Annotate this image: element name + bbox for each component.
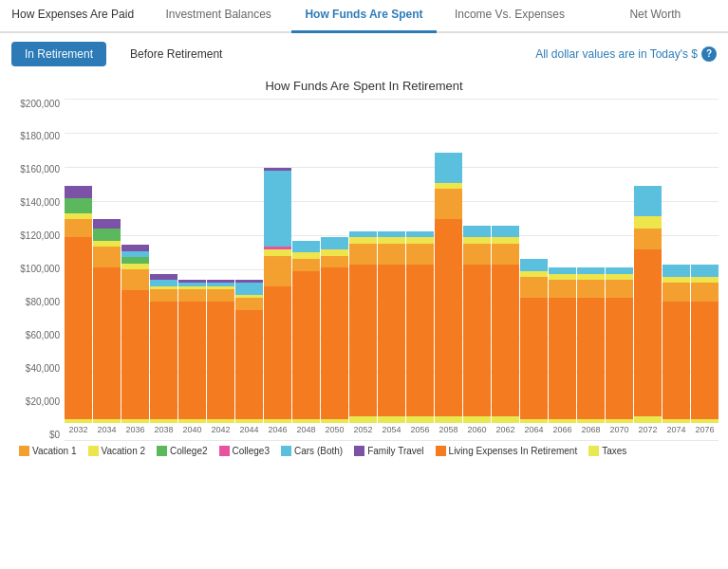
bar-segment-living: [435, 219, 462, 416]
bar-segment-vacation1: [549, 280, 576, 298]
bar-segment-taxes: [663, 419, 690, 422]
bar-segment-vacation1: [65, 219, 92, 237]
bar-segment-taxes: [549, 419, 576, 422]
bar-stack: [292, 241, 320, 423]
bar-segment-living: [292, 271, 320, 420]
bar-group: [207, 99, 234, 423]
bar-segment-living: [663, 302, 690, 420]
tab-income-vs-expenses[interactable]: Income Vs. Expenses: [437, 0, 582, 33]
bar-segment-cars: [492, 226, 519, 238]
bar-segment-cars: [663, 265, 690, 277]
bar-segment-vacation1: [150, 289, 177, 302]
legend-item-living-expenses: Living Expenses In Retirement: [436, 446, 578, 456]
bar-segment-living: [150, 302, 177, 420]
bar-segment-living: [349, 265, 377, 416]
bar-segment-living: [406, 265, 434, 416]
bar-group: [264, 99, 291, 423]
bar-stack: [349, 231, 377, 423]
chart-title: How Funds Are Spent In Retirement: [9, 79, 719, 93]
tab-how-expenses[interactable]: How Expenses Are Paid: [0, 0, 145, 33]
y-axis-label: $80,000: [26, 297, 60, 307]
bar-segment-taxes: [492, 416, 519, 422]
y-axis-label: $100,000: [20, 264, 60, 274]
bar-segment-cars: [691, 265, 719, 277]
bar-segment-living: [691, 302, 719, 420]
bar-stack: [65, 186, 92, 423]
bar-segment-taxes: [634, 416, 662, 422]
bar-stack: [520, 259, 548, 423]
bar-stack: [178, 280, 206, 422]
bar-segment-living: [378, 265, 405, 416]
bar-segment-taxes: [435, 416, 462, 422]
chart-container: $200,000$180,000$160,000$140,000$120,000…: [9, 99, 719, 440]
bar-segment-vacation1: [634, 229, 662, 249]
bar-segment-living: [121, 290, 149, 419]
bar-segment-taxes: [577, 419, 605, 422]
legend-item-college3: College3: [219, 446, 270, 456]
bar-segment-vacation1: [378, 244, 405, 265]
bar-segment-college2: [93, 229, 121, 241]
tab-net-worth[interactable]: Net Worth: [583, 0, 728, 33]
legend-label-vacation1: Vacation 1: [32, 446, 77, 456]
bar-segment-cars: [235, 283, 263, 295]
bars-wrapper: [65, 99, 719, 423]
bar-group: [463, 99, 491, 423]
legend-swatch-vacation2: [88, 446, 99, 456]
bar-segment-vacation1: [349, 244, 377, 265]
bar-segment-living: [178, 302, 206, 420]
legend-item-college2: College2: [157, 446, 207, 456]
bar-segment-vacation1: [178, 289, 206, 302]
bar-segment-vacation2: [634, 216, 662, 229]
bar-group: [378, 99, 405, 423]
bar-segment-taxes: [378, 416, 405, 422]
legend-swatch-taxes: [588, 446, 599, 456]
bar-group: [577, 99, 605, 423]
legend-item-vacation1: Vacation 1: [19, 446, 77, 456]
bar-segment-vacation1: [292, 259, 320, 271]
bar-segment-living: [65, 237, 92, 419]
bar-stack: [691, 265, 719, 422]
bar-segment-living: [606, 298, 633, 419]
legend-swatch-vacation1: [19, 446, 29, 456]
bar-stack: [663, 265, 690, 422]
bar-stack: [264, 168, 291, 423]
bar-segment-vacation1: [606, 280, 633, 298]
legend-label-family-travel: Family Travel: [367, 446, 423, 456]
bar-group: [492, 99, 519, 423]
y-axis-label: $40,000: [26, 363, 60, 374]
bar-group: [634, 99, 662, 423]
legend-label-cars: Cars (Both): [294, 446, 343, 456]
bar-segment-taxes: [235, 419, 263, 422]
in-retirement-button[interactable]: In Retirement: [11, 42, 106, 66]
bar-segment-vacation1: [492, 244, 519, 265]
bar-segment-vacation1: [207, 289, 234, 302]
bar-group: [406, 99, 434, 423]
legend-swatch-college2: [157, 446, 167, 456]
before-retirement-button[interactable]: Before Retirement: [116, 41, 236, 67]
bar-segment-taxes: [65, 419, 92, 422]
nav-tabs: How Expenses Are Paid Investment Balance…: [0, 0, 728, 33]
bar-group: [292, 99, 320, 423]
legend-item-vacation2: Vacation 2: [88, 446, 146, 456]
bar-segment-cars: [634, 186, 662, 216]
tab-how-funds[interactable]: How Funds Are Spent: [291, 0, 437, 33]
bar-stack: [121, 245, 149, 422]
y-axis-label: $180,000: [20, 131, 60, 141]
bar-segment-living: [207, 302, 234, 420]
y-axis: $200,000$180,000$160,000$140,000$120,000…: [9, 99, 65, 440]
bar-segment-taxes: [264, 419, 291, 422]
bar-segment-living: [577, 298, 605, 419]
bar-stack: [150, 274, 177, 423]
help-icon[interactable]: ?: [701, 46, 717, 62]
bar-stack: [634, 186, 662, 423]
bar-stack: [378, 231, 405, 423]
y-axis-label: $160,000: [20, 164, 60, 174]
bar-segment-cars: [435, 153, 462, 183]
bar-segment-living: [235, 310, 263, 419]
legend-item-taxes: Taxes: [588, 446, 626, 456]
bar-segment-taxes: [93, 419, 121, 422]
bar-group: [549, 99, 576, 423]
bar-stack: [93, 219, 121, 422]
dollar-note: All dollar values are in Today's $ ?: [535, 46, 717, 62]
tab-investment-balances[interactable]: Investment Balances: [145, 0, 290, 33]
